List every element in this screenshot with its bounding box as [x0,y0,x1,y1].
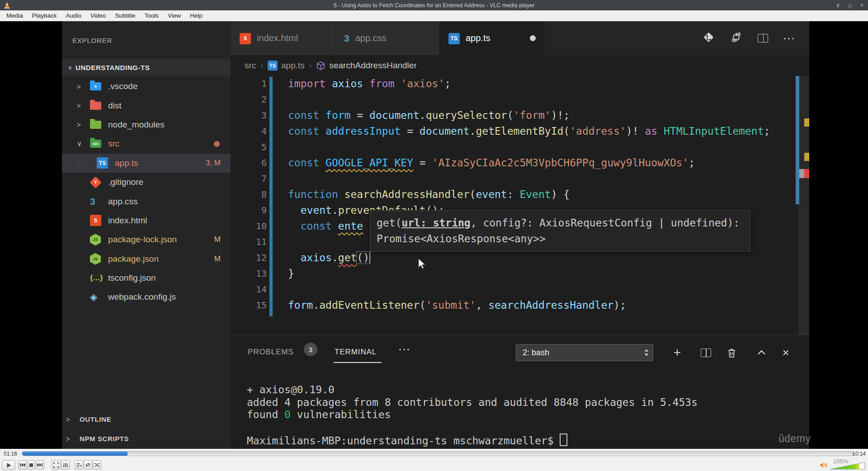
kill-terminal-icon[interactable] [724,335,739,370]
file-row-dist[interactable]: >dist [62,96,231,115]
code-line-14[interactable]: 14 [231,282,809,297]
code-text: form.addEventListener('submit', searchAd… [288,297,626,313]
tooltip-text: get( [377,217,401,229]
code-text: const addressInput = document.getElement… [288,123,770,139]
file-row-node-modules[interactable]: >node_modules [62,115,231,134]
compare-changes-icon[interactable] [730,31,742,45]
file-row-package-lock-json[interactable]: JSpackage-lock.jsonM [62,230,231,249]
split-editor-icon[interactable] [758,34,768,42]
code-line-15[interactable]: 15form.addEventListener('submit', search… [231,297,809,313]
chevron-right-icon[interactable]: > [77,83,90,90]
terminal-line: added 4 packages from 8 contributors and… [247,396,698,409]
code-line-12[interactable]: 12 axios.get() [231,250,809,266]
menu-audio[interactable]: Audio [61,12,86,19]
chevron-right-icon[interactable]: > [77,121,90,128]
tab-index-html[interactable]: 5 index.html [231,21,335,55]
terminal-line [247,421,698,434]
menu-media[interactable]: Media [2,12,28,19]
file-row--vscode[interactable]: >×.vscode [62,77,231,96]
tab-app-ts[interactable]: TS app.ts [439,21,545,55]
menu-view[interactable]: View [163,12,185,19]
breadcrumb-symbol[interactable]: searchAddressHandler [329,61,416,71]
code-line-2[interactable]: 2 [231,92,809,108]
minimize-icon[interactable]: ∨ [836,2,840,9]
play-button[interactable] [2,460,15,470]
more-actions-icon[interactable]: ··· [783,33,796,44]
seek-bar[interactable] [22,451,854,456]
next-button[interactable] [36,460,44,470]
menu-help[interactable]: Help [185,12,207,19]
code-text: axios.get() [288,250,370,266]
breadcrumb-src[interactable]: src [245,61,256,71]
chevron-down-icon[interactable]: ∨ [77,140,90,148]
project-root-row[interactable]: ∨ UNDERSTANDING-TS [62,59,231,75]
breadcrumb-file[interactable]: app.ts [281,61,305,71]
file-row-webpack-config-js[interactable]: ◈webpack.config.js [62,287,231,306]
chevron-right-icon[interactable]: > [77,102,90,109]
html-icon: 5 [240,32,251,44]
split-terminal-icon[interactable] [698,335,713,370]
file-row-src[interactable]: ∨</>src [62,134,231,153]
code-line-6[interactable]: 6const GOOGLE_API_KEY = 'AIzaSyCIaAc2c5M… [231,155,809,171]
code-line-7[interactable]: 7 [231,171,809,187]
previous-button[interactable] [18,460,27,470]
file-label: package.json [108,254,159,264]
terminal-line: Maximilians-MBP:understanding-ts mschwar… [247,433,698,446]
modified-dot-icon[interactable] [530,35,536,41]
code-text: const ente [288,218,363,234]
folder-vscode-icon: × [90,82,104,90]
sidebar-section-npm-scripts[interactable]: > NPM SCRIPTS [62,429,231,447]
extended-settings-button[interactable] [61,460,70,470]
close-panel-icon[interactable]: × [778,335,793,370]
code-line-13[interactable]: 13} [231,266,809,282]
code-line-1[interactable]: 1import axios from 'axios'; [231,76,809,92]
playlist-button[interactable] [75,460,83,470]
open-changes-icon[interactable] [703,31,715,45]
modified-dot-icon [214,141,220,147]
fullscreen-button[interactable] [52,460,61,470]
file-row-package-json[interactable]: JSpackage.jsonM [62,250,231,268]
menu-tools[interactable]: Tools [140,12,163,19]
file-label: index.html [108,216,147,226]
code-line-5[interactable]: 5 [231,139,809,155]
file-row-index-html[interactable]: 5index.html [62,211,231,230]
stop-button[interactable] [28,460,35,470]
terminal-output[interactable]: + axios@0.19.0added 4 packages from 8 co… [247,384,698,446]
overview-ruler[interactable] [798,76,809,334]
more-tabs-icon[interactable]: ··· [399,344,411,355]
titlebar[interactable]: 5 - Using Axios to Fetch Coordinates for… [0,0,868,10]
tab-problems[interactable]: PROBLEMS [248,348,294,357]
sidebar-section-outline[interactable]: > OUTLINE [62,410,231,428]
tab-app-css[interactable]: 3 app.css [335,21,439,55]
maximize-panel-icon[interactable] [754,335,769,370]
udemy-watermark: ûdemy [778,433,811,445]
menu-playback[interactable]: Playback [28,12,61,19]
random-button[interactable] [93,460,101,470]
terminal-shell-select[interactable]: 2: bash [516,344,653,361]
symbol-cube-icon [316,61,326,71]
file-row--gitignore[interactable]: Y.gitignore [62,173,231,192]
menu-subtitle[interactable]: Subtitle [110,12,140,19]
file-label: webpack.config.js [108,292,176,302]
code-line-3[interactable]: 3const form = document.querySelector('fo… [231,108,809,123]
file-row-app-css[interactable]: 3app.css [62,192,231,211]
file-status-badge: 3, M [206,159,221,168]
close-icon[interactable]: × [860,2,863,9]
code-line-4[interactable]: 4const addressInput = document.getElemen… [231,123,809,139]
folder-dist-icon [90,102,104,110]
menu-video[interactable]: Video [86,12,110,19]
tab-terminal[interactable]: TERMINAL [335,348,377,357]
code-line-8[interactable]: 8function searchAddressHandler(event: Ev… [231,187,809,203]
new-terminal-icon[interactable]: + [670,335,684,370]
volume-slider[interactable] [830,462,865,471]
speaker-icon[interactable] [820,462,829,471]
file-row-tsconfig-json[interactable]: {…}tsconfig.json [62,268,231,287]
line-number: 14 [231,282,267,297]
maximize-icon[interactable]: ◇ [848,2,852,9]
file-row-app-ts[interactable]: TSapp.ts3, M [62,154,231,173]
line-number: 5 [231,139,267,155]
loop-button[interactable] [84,460,92,470]
editor-tabstrip: 5 index.html 3 app.css TS app.ts ··· [231,21,809,55]
code-editor[interactable]: 1import axios from 'axios';23const form … [231,76,809,334]
ruler-warning-mark [804,118,809,127]
